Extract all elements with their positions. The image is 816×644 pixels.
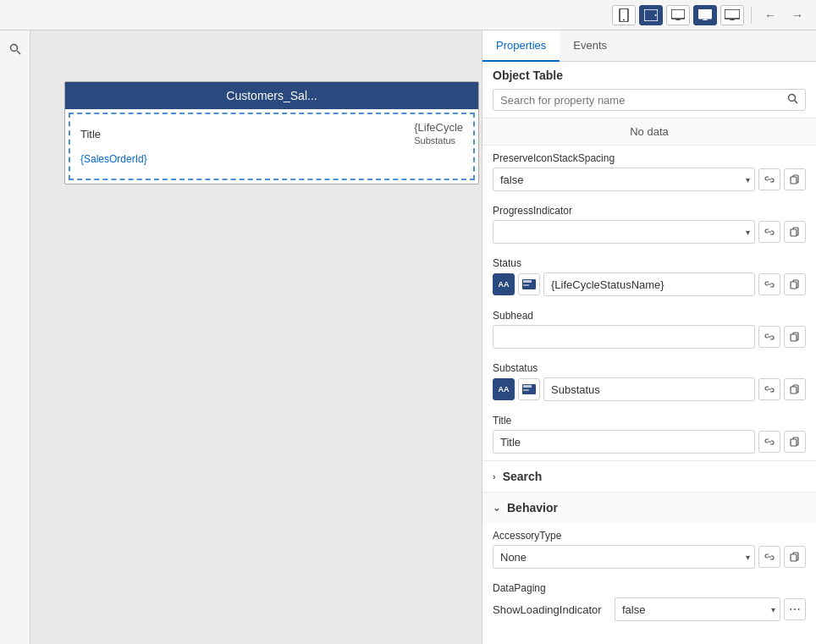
substatus-img-icon[interactable] xyxy=(518,378,540,400)
prop-row-progress: ▾ xyxy=(482,220,816,250)
component-row1-label: Title xyxy=(80,128,101,140)
title-link-btn[interactable] xyxy=(758,431,780,453)
preserve-select-wrapper: false true ▾ xyxy=(493,168,755,191)
behavior-section-label: Behavior xyxy=(507,501,558,515)
svg-rect-7 xyxy=(698,9,712,19)
svg-rect-25 xyxy=(523,385,532,388)
prop-label-substatus: Substatus xyxy=(482,355,816,377)
prop-label-title: Title xyxy=(482,408,816,430)
svg-rect-18 xyxy=(791,229,797,236)
svg-rect-4 xyxy=(671,9,685,19)
accessory-copy-btn[interactable] xyxy=(784,546,806,568)
component-row2-value: {SalesOrderId} xyxy=(80,153,147,165)
accessory-select-wrapper: None ▾ xyxy=(493,545,755,569)
component-title: Customers_Sal... xyxy=(65,82,478,109)
desktop-sm-view-btn[interactable] xyxy=(666,5,690,25)
behavior-section-header[interactable]: ⌄ Behavior xyxy=(482,492,816,523)
status-img-icon[interactable] xyxy=(518,273,540,295)
accessory-link-btn[interactable] xyxy=(758,546,780,568)
subhead-copy-btn[interactable] xyxy=(784,326,806,348)
svg-rect-23 xyxy=(791,334,797,341)
prop-row-preserve: false true ▾ xyxy=(482,168,816,198)
prop-label-preserve: PreserveIconStackSpacing xyxy=(482,146,816,168)
svg-rect-21 xyxy=(523,284,529,286)
substatus-input[interactable] xyxy=(543,377,755,401)
preserve-link-btn[interactable] xyxy=(758,168,780,190)
no-data-label: No data xyxy=(482,118,816,146)
progress-select-wrapper: ▾ xyxy=(493,220,755,244)
substatus-text-icon[interactable]: AA xyxy=(493,378,515,400)
status-input[interactable] xyxy=(543,272,755,296)
search-section-chevron: › xyxy=(493,471,496,482)
object-table-header: Object Table xyxy=(482,62,816,89)
svg-rect-17 xyxy=(791,177,797,184)
svg-rect-26 xyxy=(523,389,529,391)
search-section-label: Search xyxy=(503,470,543,483)
svg-rect-20 xyxy=(523,280,532,283)
svg-rect-22 xyxy=(791,282,797,289)
tablet-view-btn[interactable] xyxy=(639,5,663,25)
status-copy-btn[interactable] xyxy=(784,273,806,295)
search-bar[interactable] xyxy=(493,89,806,111)
search-icon[interactable] xyxy=(787,93,798,107)
component-row1-value: {LifeCycle Substatus xyxy=(414,121,463,146)
progress-select[interactable] xyxy=(493,220,755,244)
title-input[interactable] xyxy=(493,430,755,454)
prop-row-accessory: None ▾ xyxy=(482,545,816,575)
nav-back-btn[interactable]: ← xyxy=(758,5,782,25)
svg-point-1 xyxy=(623,19,625,20)
progress-copy-btn[interactable] xyxy=(784,221,806,243)
prop-row-substatus: AA xyxy=(482,377,816,408)
mobile-view-btn[interactable] xyxy=(612,5,636,25)
svg-rect-29 xyxy=(791,554,797,561)
nav-forward-btn[interactable]: → xyxy=(786,5,809,25)
prop-label-datapaging: DataPaging xyxy=(482,575,816,597)
datapaging-select[interactable]: false true xyxy=(615,597,780,621)
component-card: Customers_Sal... Title {LifeCycle Substa… xyxy=(64,81,479,184)
svg-rect-28 xyxy=(791,439,797,446)
subhead-link-btn[interactable] xyxy=(758,326,780,348)
tab-properties[interactable]: Properties xyxy=(482,30,560,62)
behavior-section-chevron: ⌄ xyxy=(493,503,500,514)
datapaging-sub-label: ShowLoadingIndicator xyxy=(493,603,611,616)
status-text-icon[interactable]: AA xyxy=(493,273,515,295)
substatus-link-btn[interactable] xyxy=(758,378,780,400)
datapaging-more-btn[interactable]: ⋯ xyxy=(784,598,806,620)
canvas-area: Customers_Sal... Title {LifeCycle Substa… xyxy=(30,30,482,644)
prop-row-subhead xyxy=(482,325,816,355)
toolbar-separator xyxy=(751,7,752,24)
panel-tabs: Properties Events xyxy=(482,30,816,62)
svg-point-15 xyxy=(789,95,796,102)
panel-content: Object Table No data PreserveIconStackSp… xyxy=(482,62,816,644)
svg-line-14 xyxy=(17,51,20,54)
main-area: Customers_Sal... Title {LifeCycle Substa… xyxy=(0,30,816,644)
right-panel: Properties Events Object Table No data P… xyxy=(482,30,816,644)
prop-row-title xyxy=(482,430,816,460)
accessory-select[interactable]: None xyxy=(493,545,755,569)
search-section-header[interactable]: › Search xyxy=(482,460,816,492)
progress-link-btn[interactable] xyxy=(758,221,780,243)
preserve-copy-btn[interactable] xyxy=(784,168,806,190)
prop-label-status: Status xyxy=(482,250,816,272)
sidebar-search-icon[interactable] xyxy=(3,37,27,61)
component-body: Title {LifeCycle Substatus {SalesOrderId… xyxy=(69,113,475,180)
prop-label-accessory: AccessoryType xyxy=(482,523,816,545)
substatus-copy-btn[interactable] xyxy=(784,378,806,400)
desktop-lg-view-btn[interactable] xyxy=(720,5,744,25)
subhead-input[interactable] xyxy=(493,325,755,349)
prop-row-datapaging: ShowLoadingIndicator false true ▾ ⋯ xyxy=(482,597,816,628)
preserve-select[interactable]: false true xyxy=(493,168,755,191)
prop-label-progress: ProgressIndicator xyxy=(482,198,816,220)
component-row-1: Title {LifeCycle Substatus xyxy=(80,121,463,146)
search-input[interactable] xyxy=(500,94,787,107)
toolbar: ← → xyxy=(0,0,816,30)
tab-events[interactable]: Events xyxy=(560,30,620,62)
datapaging-select-wrapper: false true ▾ xyxy=(615,597,780,621)
svg-rect-10 xyxy=(725,9,740,19)
svg-point-13 xyxy=(10,45,17,52)
status-link-btn[interactable] xyxy=(758,273,780,295)
svg-rect-27 xyxy=(791,387,797,394)
prop-row-status: AA xyxy=(482,272,816,303)
title-copy-btn[interactable] xyxy=(784,431,806,453)
desktop-fill-view-btn[interactable] xyxy=(693,5,717,25)
